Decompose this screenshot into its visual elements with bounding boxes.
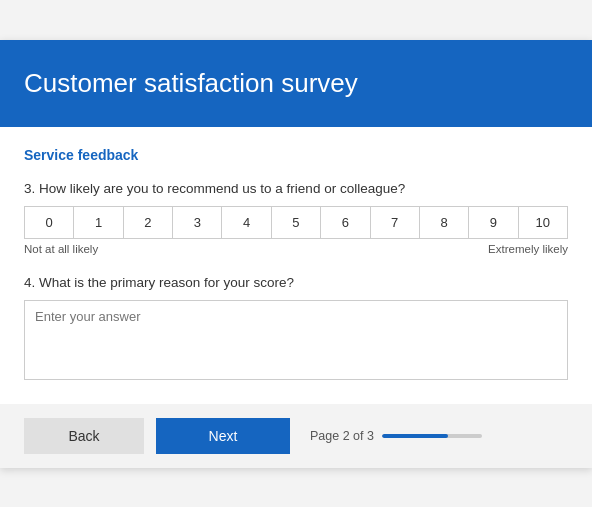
- survey-header: Customer satisfaction survey: [0, 40, 592, 127]
- likert-labels: Not at all likely Extremely likely: [24, 243, 568, 255]
- survey-title: Customer satisfaction survey: [24, 68, 568, 99]
- question4-textarea[interactable]: [24, 300, 568, 380]
- progress-bar-fill: [382, 434, 448, 438]
- likert-0[interactable]: 0: [25, 207, 74, 238]
- section-title: Service feedback: [24, 147, 568, 163]
- likert-7[interactable]: 7: [371, 207, 420, 238]
- likert-right-label: Extremely likely: [488, 243, 568, 255]
- survey-body: Service feedback 3. How likely are you t…: [0, 127, 592, 384]
- progress-bar-container: [382, 434, 482, 438]
- likert-scale: 0 1 2 3 4 5 6 7 8 9 10: [24, 206, 568, 239]
- likert-1[interactable]: 1: [74, 207, 123, 238]
- survey-container: Customer satisfaction survey Service fee…: [0, 40, 592, 468]
- page-indicator: Page 2 of 3: [310, 429, 482, 443]
- question4-textarea-container: [24, 300, 568, 384]
- likert-2[interactable]: 2: [124, 207, 173, 238]
- likert-6[interactable]: 6: [321, 207, 370, 238]
- survey-footer: Back Next Page 2 of 3: [0, 404, 592, 468]
- likert-4[interactable]: 4: [222, 207, 271, 238]
- next-button[interactable]: Next: [156, 418, 290, 454]
- likert-left-label: Not at all likely: [24, 243, 98, 255]
- page-indicator-text: Page 2 of 3: [310, 429, 374, 443]
- likert-8[interactable]: 8: [420, 207, 469, 238]
- likert-10[interactable]: 10: [519, 207, 567, 238]
- question3-label: 3. How likely are you to recommend us to…: [24, 181, 568, 196]
- likert-5[interactable]: 5: [272, 207, 321, 238]
- question4-label: 4. What is the primary reason for your s…: [24, 275, 568, 290]
- back-button[interactable]: Back: [24, 418, 144, 454]
- likert-3[interactable]: 3: [173, 207, 222, 238]
- likert-9[interactable]: 9: [469, 207, 518, 238]
